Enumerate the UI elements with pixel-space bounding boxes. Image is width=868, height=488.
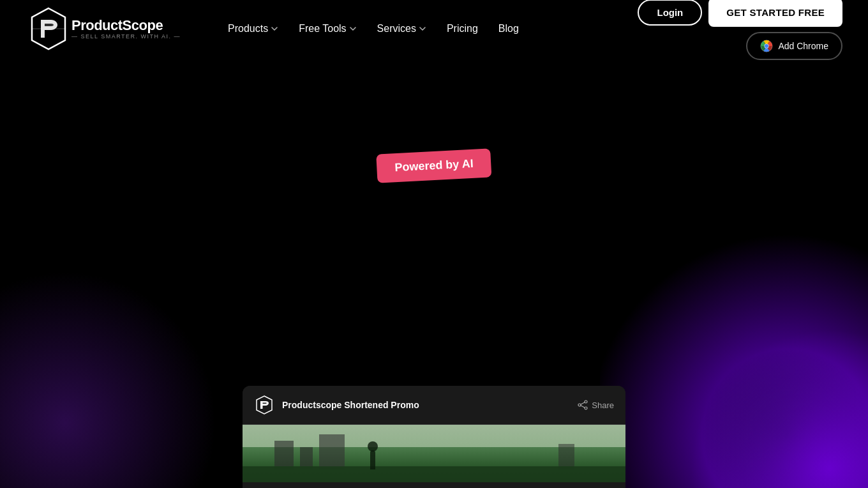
- chevron-down-icon: [271, 25, 278, 33]
- video-title: Productscope Shortened Promo: [282, 400, 570, 410]
- bg-blob-left: [0, 271, 217, 488]
- svg-point-4: [765, 44, 768, 48]
- brand-name: ProductScope: [71, 19, 181, 33]
- svg-point-7: [585, 407, 587, 409]
- chevron-down-icon: [349, 25, 357, 33]
- nav-links: Products Free Tools Services Pricing Blo…: [219, 18, 638, 40]
- nav-right: Login GET STARTED FREE Add Chrome: [638, 0, 842, 60]
- video-embed: Productscope Shortened Promo Share: [243, 386, 625, 488]
- nav-item-services[interactable]: Services: [368, 18, 435, 40]
- nav-item-pricing[interactable]: Pricing: [438, 18, 487, 40]
- powered-by-ai-badge: Powered by AI: [376, 148, 491, 183]
- video-share-button[interactable]: Share: [578, 400, 614, 410]
- nav-item-free-tools[interactable]: Free Tools: [290, 18, 365, 40]
- logo-text: ProductScope — SELL SMARTER. WITH AI. —: [71, 19, 181, 40]
- logo-link[interactable]: ProductScope — SELL SMARTER. WITH AI. —: [26, 6, 181, 52]
- login-button[interactable]: Login: [638, 0, 702, 26]
- logo-icon: [26, 6, 71, 52]
- add-chrome-button[interactable]: Add Chrome: [746, 32, 842, 60]
- video-header: Productscope Shortened Promo Share: [243, 386, 625, 425]
- svg-line-8: [581, 402, 585, 404]
- nav-actions-row: Login GET STARTED FREE: [638, 0, 842, 27]
- svg-point-5: [585, 400, 587, 403]
- bg-blob-right: [600, 220, 868, 488]
- chevron-down-icon: [419, 25, 426, 33]
- get-started-button[interactable]: GET STARTED FREE: [708, 0, 842, 27]
- bg-blob-right2: [677, 296, 868, 488]
- video-thumbnail[interactable]: [243, 425, 625, 482]
- svg-point-6: [578, 404, 581, 406]
- video-logo-icon: [254, 395, 274, 415]
- nav-item-blog[interactable]: Blog: [490, 18, 528, 40]
- navbar: ProductScope — SELL SMARTER. WITH AI. — …: [0, 0, 868, 57]
- nav-item-products[interactable]: Products: [219, 18, 287, 40]
- svg-line-9: [581, 406, 585, 408]
- brand-tagline: — SELL SMARTER. WITH AI. —: [71, 34, 181, 40]
- chrome-icon: [760, 40, 773, 52]
- share-icon: [578, 400, 588, 410]
